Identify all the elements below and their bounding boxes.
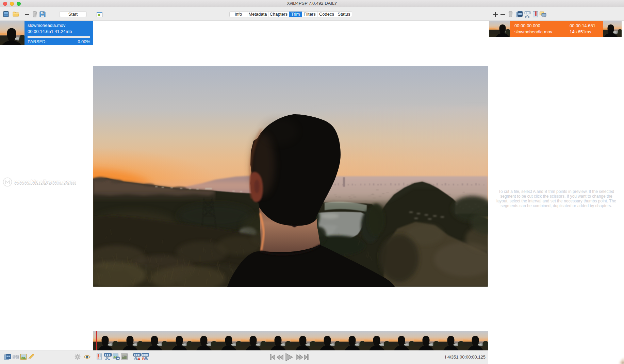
svg-text:A: A (138, 357, 140, 361)
svg-text:B: B (142, 357, 145, 361)
